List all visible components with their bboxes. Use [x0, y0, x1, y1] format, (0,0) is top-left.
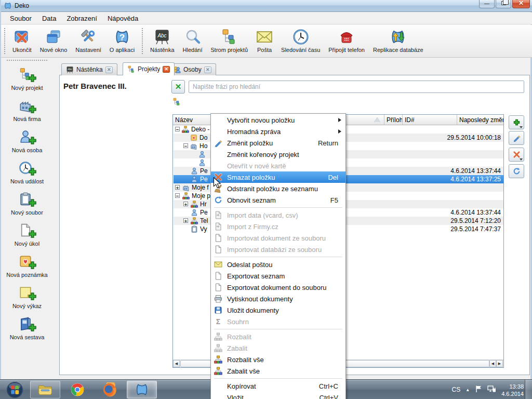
window-title: Deko — [15, 2, 29, 9]
tree-item-label: Hr — [200, 201, 207, 208]
restore-button[interactable] — [496, 0, 511, 8]
menu-item[interactable]: Změnit položkuReturn — [211, 137, 345, 149]
expander-plus-icon[interactable]: + — [183, 202, 188, 206]
close-button[interactable]: ✕ — [512, 0, 530, 8]
title-bar[interactable]: Deko —✕ — [1, 0, 532, 12]
expander-plus-icon[interactable]: + — [175, 185, 180, 190]
expander-minus-icon[interactable]: − — [175, 193, 180, 198]
menu-item-label: Rozbalit — [227, 333, 251, 341]
taskbar-deko-button[interactable] — [127, 381, 157, 398]
import-icon — [214, 211, 222, 219]
toolbar-phone-button[interactable]: Připojit telefon — [324, 26, 369, 53]
expander-minus-icon[interactable]: − — [183, 143, 188, 148]
taskbar-explorer-button[interactable] — [30, 381, 60, 398]
app-icon — [4, 2, 12, 12]
menu-item[interactable]: Hromadná zpráva — [211, 126, 345, 137]
sidebar-item-1[interactable]: Nová firma — [2, 98, 52, 122]
sidebar-item-8[interactable]: Nová sestava — [2, 316, 52, 340]
svg-text:Σ: Σ — [216, 317, 220, 326]
menu-item[interactable]: KopírovatCtrl+C — [211, 380, 345, 392]
network-icon[interactable] — [487, 385, 496, 395]
scroll-left-arrow[interactable]: ◀ — [173, 360, 180, 367]
sidebar-item-7[interactable]: Nový výkaz — [2, 285, 52, 309]
taskbar-firefox-button[interactable] — [95, 381, 125, 398]
menu-item-label: Hromadná zpráva — [227, 128, 281, 136]
sidebar-item-3[interactable]: Nová událost — [2, 160, 52, 184]
expander-plus-icon[interactable]: + — [183, 218, 188, 223]
language-indicator[interactable]: CS — [452, 386, 461, 393]
menu-item[interactable]: Exportovat seznam — [211, 270, 345, 282]
sort-ascending-icon — [374, 117, 380, 122]
tab-label: Nástěnka — [76, 66, 103, 73]
sidebar-item-5[interactable]: Nový úkol — [2, 222, 52, 247]
menu-item[interactable]: Smazat položkuDel — [211, 171, 345, 183]
menu-item[interactable]: Uložit dokumenty — [211, 304, 345, 316]
toolbar-search-button[interactable]: Hledání — [179, 26, 207, 53]
menu-item[interactable]: Odstranit položku ze seznamu — [211, 183, 345, 194]
toolbar-drag-handle[interactable] — [141, 28, 143, 55]
tab-close-icon[interactable]: ✕ — [163, 66, 170, 73]
delete-button[interactable] — [509, 148, 524, 162]
scroll-left-arrow-2[interactable]: ◀ — [489, 360, 496, 367]
tray-chevron-icon[interactable]: ▲ — [466, 388, 470, 392]
tab-close-icon[interactable]: ✕ — [105, 66, 113, 73]
taskbar-clock[interactable]: 13:38 4.6.2014 — [501, 383, 524, 397]
toolbar-clock-button[interactable]: Sledování času — [277, 26, 324, 53]
menubar-item-1[interactable]: Data — [37, 14, 61, 23]
menubar-item-3[interactable]: Nápověda — [103, 14, 143, 23]
sidebar-item-2[interactable]: Nová osoba — [2, 129, 52, 153]
menu-item[interactable]: Exportovat dokument do souboru — [211, 282, 345, 293]
sidebar-drag-handle[interactable] — [6, 59, 48, 61]
tab-nástěnka[interactable]: AbcNástěnka✕ — [61, 63, 117, 75]
toolbar-replicate-button[interactable]: Replikace databáze — [369, 26, 428, 53]
taskbar-chrome-button[interactable] — [62, 381, 92, 398]
minimize-button[interactable]: — — [479, 0, 495, 8]
toolbar-label: Ukončit — [12, 47, 32, 53]
column-header-Přílohy[interactable]: Přílohy — [384, 115, 403, 125]
column-header-Naposledy změněno[interactable]: Naposledy změněno — [457, 115, 504, 125]
edit-button[interactable] — [509, 131, 524, 145]
toolbar-drag-handle[interactable] — [4, 28, 6, 55]
toolbar-quit-button[interactable]: Ukončit — [8, 26, 36, 53]
toolbar-settings-button[interactable]: Nastavení — [71, 26, 105, 53]
show-desktop-button[interactable] — [525, 380, 532, 399]
menu-item-label: Obnovit seznam — [227, 196, 276, 204]
start-icon — [6, 381, 23, 398]
sidebar-item-6[interactable]: Nová poznámka — [2, 254, 52, 278]
menu-item[interactable]: Zabalit vše — [211, 365, 345, 377]
tab-close-icon[interactable]: ✕ — [204, 66, 211, 73]
tab-osoby[interactable]: Osoby✕ — [168, 63, 216, 75]
page-title: Petr Bravenec III. — [63, 81, 152, 91]
column-header-ID#[interactable]: ID# — [403, 115, 457, 125]
tree-item-label: Pe — [200, 209, 208, 216]
clear-search-button[interactable]: ✕ — [171, 80, 185, 94]
expander-minus-icon[interactable]: − — [175, 127, 180, 131]
settings-icon — [80, 28, 97, 46]
menu-item[interactable]: Rozbalit vše — [211, 354, 345, 365]
sidebar-item-4[interactable]: Nový soubor — [2, 191, 52, 216]
toolbar-project-tree-button[interactable]: Strom projektů — [207, 26, 252, 53]
menu-item[interactable]: Odeslat poštou — [211, 259, 345, 270]
scroll-right-arrow[interactable]: ▶ — [496, 360, 503, 367]
add-button[interactable] — [509, 115, 524, 129]
sidebar-item-0[interactable]: Nový projekt — [2, 66, 52, 91]
menu-item[interactable]: VložitCtrl+V — [211, 392, 345, 399]
menu-item[interactable]: Změnit kořenový projekt — [211, 149, 345, 160]
toolbar-about-button[interactable]: ?O aplikaci — [105, 26, 139, 53]
menu-item: Rozbalit — [211, 331, 345, 342]
menubar-item-0[interactable]: Soubor — [5, 14, 36, 23]
toolbar-board-button[interactable]: AbcNástěnka — [146, 26, 178, 53]
toolbar-label: Nastavení — [75, 47, 101, 53]
refresh-button[interactable] — [509, 164, 524, 178]
menu-separator — [214, 378, 342, 379]
toolbar-new-window-button[interactable]: Nové okno — [36, 26, 72, 53]
start-button[interactable] — [3, 381, 26, 398]
search-input[interactable]: Napište frázi pro hledání — [189, 81, 524, 93]
action-center-flag-icon[interactable] — [475, 385, 482, 395]
tab-projekty[interactable]: Projekty✕ — [123, 62, 175, 75]
menu-item[interactable]: Obnovit seznamF5 — [211, 194, 345, 206]
menu-item[interactable]: Vytvořit novou položku — [211, 114, 345, 126]
menu-item[interactable]: Vytisknout dokumenty — [211, 293, 345, 304]
toolbar-mail-button[interactable]: Pošta — [252, 26, 277, 53]
menubar-item-2[interactable]: Zobrazení — [62, 14, 102, 23]
